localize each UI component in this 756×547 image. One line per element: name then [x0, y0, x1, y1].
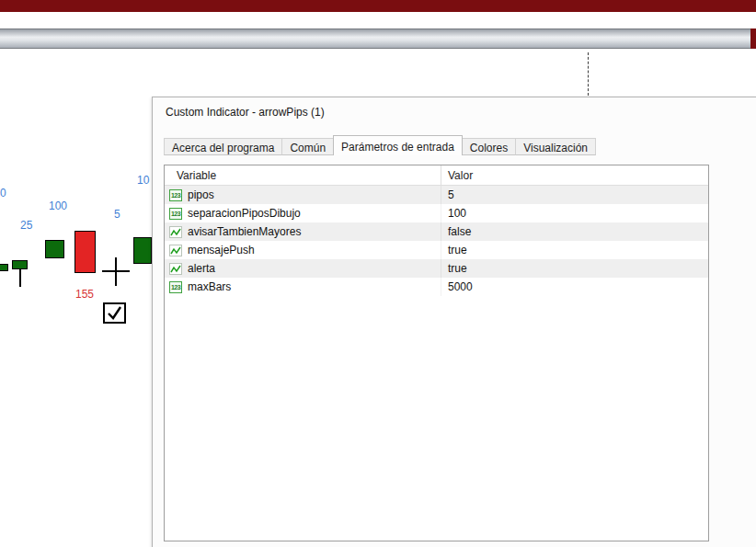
pip-label: 0: [0, 188, 6, 199]
variable-name: avisarTambienMayores: [188, 225, 301, 238]
variable-name: mensajePush: [188, 244, 255, 256]
variable-value[interactable]: 5000: [441, 278, 708, 296]
table-row[interactable]: alerta true: [165, 259, 708, 278]
indicator-dialog: Custom Indicator - arrowPips (1) Acerca …: [152, 97, 756, 547]
crosshair-marker-vertical: [115, 257, 117, 286]
candle-body-up: [0, 264, 8, 271]
table-row[interactable]: maxBars 5000: [165, 278, 708, 296]
candle-body-up: [45, 240, 64, 258]
param-type-icon: [169, 208, 182, 220]
param-type-icon: [169, 263, 182, 275]
period-separator-line: [588, 52, 589, 96]
variable-value[interactable]: 5: [441, 186, 708, 204]
param-type-icon: [169, 245, 182, 256]
candle-body-down: [74, 231, 96, 273]
variable-value[interactable]: false: [441, 222, 708, 241]
toolbar-accent-segment: [750, 28, 756, 49]
variable-value[interactable]: true: [441, 259, 708, 278]
param-type-icon: [169, 189, 182, 201]
pip-label: 25: [20, 220, 32, 232]
tab-visualizacion[interactable]: Visualización: [515, 138, 596, 155]
table-header: Variable Valor: [165, 165, 708, 186]
tab-comun[interactable]: Común: [281, 138, 334, 155]
candle-body-up: [12, 260, 28, 269]
table-row[interactable]: mensajePush true: [165, 241, 708, 259]
check-icon: [106, 305, 123, 321]
param-type-icon: [169, 226, 182, 238]
variable-value[interactable]: 100: [441, 204, 708, 222]
table-row[interactable]: avisarTambienMayores false: [165, 222, 708, 241]
pip-label: 100: [49, 200, 67, 212]
check-mark-object[interactable]: [103, 302, 126, 324]
top-accent-bar: [0, 0, 756, 12]
tab-parametros-de-entrada[interactable]: Parámetros de entrada: [333, 135, 463, 155]
tab-colores[interactable]: Colores: [462, 138, 516, 155]
column-header-valor[interactable]: Valor: [441, 165, 708, 185]
dialog-title: Custom Indicator - arrowPips (1): [166, 106, 325, 119]
pip-label: 10: [137, 175, 149, 187]
variable-name: maxBars: [188, 280, 231, 293]
variable-name: pipos: [188, 188, 214, 201]
variable-name: separacionPiposDibujo: [188, 207, 301, 220]
column-header-variable[interactable]: Variable: [165, 165, 441, 185]
candle-body-up: [133, 237, 152, 264]
candle-wick: [19, 269, 21, 287]
table-row[interactable]: separacionPiposDibujo 100: [165, 204, 708, 222]
parameters-table: Variable Valor pipos 5 separacionPiposDi…: [164, 165, 709, 541]
tab-acerca-del-programa[interactable]: Acerca del programa: [164, 138, 282, 155]
collapsed-toolbar-bar: [0, 28, 756, 49]
param-type-icon: [169, 281, 182, 293]
pip-label-down: 155: [75, 289, 94, 301]
variable-value[interactable]: true: [441, 241, 708, 259]
variable-name: alerta: [188, 262, 215, 275]
table-row[interactable]: pipos 5: [165, 186, 708, 204]
pip-label: 5: [114, 209, 120, 221]
tab-bar: Acerca del programa Común Parámetros de …: [164, 135, 595, 155]
